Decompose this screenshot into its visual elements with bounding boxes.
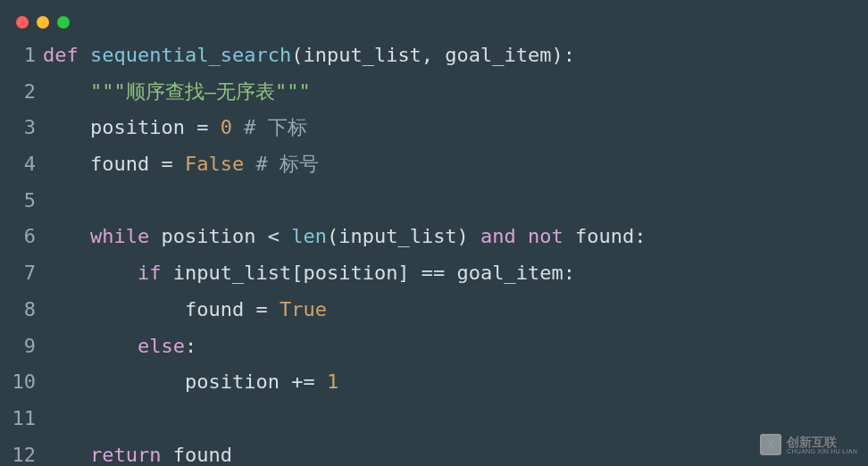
line-number: 12 bbox=[0, 437, 43, 466]
token-txt bbox=[43, 335, 138, 357]
token-txt bbox=[43, 444, 90, 466]
token-kw: if bbox=[138, 262, 162, 284]
token-txt bbox=[244, 153, 255, 175]
code-line[interactable]: 9 else: bbox=[0, 329, 868, 365]
token-bool: True bbox=[280, 298, 327, 320]
watermark-text: 创新互联 CHUANG XIN HU LIAN bbox=[787, 436, 857, 454]
line-number: 9 bbox=[0, 329, 43, 365]
watermark-cn: 创新互联 bbox=[787, 436, 857, 448]
close-icon[interactable] bbox=[16, 16, 29, 29]
code-line[interactable]: 4 found = False # 标号 bbox=[0, 146, 868, 183]
watermark-logo-letter: X bbox=[766, 431, 775, 458]
token-num: 1 bbox=[327, 370, 338, 393]
zoom-icon[interactable] bbox=[57, 16, 70, 29]
token-txt bbox=[43, 262, 138, 284]
token-txt: found = bbox=[43, 153, 185, 175]
token-txt: position += bbox=[43, 370, 327, 393]
token-txt: found: bbox=[563, 225, 647, 247]
token-txt bbox=[79, 44, 90, 66]
code-line[interactable]: 6 while position < len(input_list) and n… bbox=[0, 219, 868, 255]
line-content[interactable]: else: bbox=[43, 329, 868, 365]
token-num: 0 bbox=[221, 116, 232, 138]
watermark-logo-icon: X bbox=[760, 434, 781, 455]
token-txt: (input_list, goal_item): bbox=[291, 44, 575, 66]
code-line[interactable]: 1def sequential_search(input_list, goal_… bbox=[0, 37, 868, 74]
token-str: """顺序查找—无序表""" bbox=[90, 80, 311, 103]
code-line[interactable]: 7 if input_list[position] == goal_item: bbox=[0, 255, 868, 292]
line-content[interactable] bbox=[43, 183, 868, 220]
code-line[interactable]: 11 bbox=[0, 401, 868, 437]
code-editor[interactable]: 1def sequential_search(input_list, goal_… bbox=[0, 37, 868, 466]
code-line[interactable]: 10 position += 1 bbox=[0, 364, 868, 401]
window-controls bbox=[0, 0, 868, 37]
token-kw: else bbox=[138, 335, 185, 357]
token-txt: input_list[position] == goal_item: bbox=[161, 262, 575, 284]
token-kw: and bbox=[480, 225, 516, 247]
token-txt: position = bbox=[43, 116, 221, 138]
token-txt bbox=[43, 80, 90, 103]
token-builtin: len bbox=[291, 225, 327, 247]
code-line[interactable]: 5 bbox=[0, 183, 868, 220]
token-kw: while bbox=[90, 225, 149, 247]
line-number: 3 bbox=[0, 110, 43, 146]
token-cmt: # 标号 bbox=[255, 153, 319, 175]
line-number: 11 bbox=[0, 401, 43, 437]
token-txt: found = bbox=[43, 298, 280, 320]
code-line[interactable]: 2 """顺序查找—无序表""" bbox=[0, 74, 868, 111]
code-line[interactable]: 12 return found bbox=[0, 437, 868, 466]
minimize-icon[interactable] bbox=[37, 16, 49, 29]
line-content[interactable] bbox=[43, 401, 868, 437]
token-cmt: # 下标 bbox=[244, 116, 307, 138]
line-number: 8 bbox=[0, 292, 43, 329]
line-content[interactable]: return found bbox=[43, 437, 868, 466]
token-kw: def bbox=[43, 44, 79, 66]
token-txt bbox=[232, 116, 244, 138]
line-content[interactable]: found = False # 标号 bbox=[43, 146, 868, 183]
line-content[interactable]: position = 0 # 下标 bbox=[43, 110, 868, 146]
line-number: 7 bbox=[0, 255, 43, 292]
line-number: 10 bbox=[0, 364, 43, 401]
token-txt: position < bbox=[149, 225, 291, 247]
watermark: X 创新互联 CHUANG XIN HU LIAN bbox=[760, 434, 857, 455]
line-number: 5 bbox=[0, 183, 43, 220]
code-line[interactable]: 8 found = True bbox=[0, 292, 868, 329]
line-content[interactable]: while position < len(input_list) and not… bbox=[43, 219, 868, 255]
token-txt: (input_list) bbox=[327, 225, 480, 247]
token-txt bbox=[43, 225, 90, 247]
watermark-en: CHUANG XIN HU LIAN bbox=[787, 448, 857, 454]
line-number: 2 bbox=[0, 74, 43, 111]
token-kw: return bbox=[90, 444, 161, 466]
token-bool: False bbox=[185, 153, 244, 175]
line-content[interactable]: found = True bbox=[43, 292, 868, 329]
line-content[interactable]: """顺序查找—无序表""" bbox=[43, 74, 868, 111]
token-fn: sequential_search bbox=[90, 44, 291, 66]
token-txt: found bbox=[161, 444, 231, 466]
code-line[interactable]: 3 position = 0 # 下标 bbox=[0, 110, 868, 146]
line-number: 4 bbox=[0, 146, 43, 183]
token-txt: : bbox=[185, 335, 196, 357]
line-content[interactable]: position += 1 bbox=[43, 364, 868, 401]
line-content[interactable]: def sequential_search(input_list, goal_i… bbox=[43, 37, 868, 74]
line-number: 1 bbox=[0, 37, 43, 74]
line-content[interactable]: if input_list[position] == goal_item: bbox=[43, 255, 868, 292]
line-number: 6 bbox=[0, 219, 43, 255]
token-kw: not bbox=[528, 225, 563, 247]
token-txt bbox=[516, 225, 528, 247]
